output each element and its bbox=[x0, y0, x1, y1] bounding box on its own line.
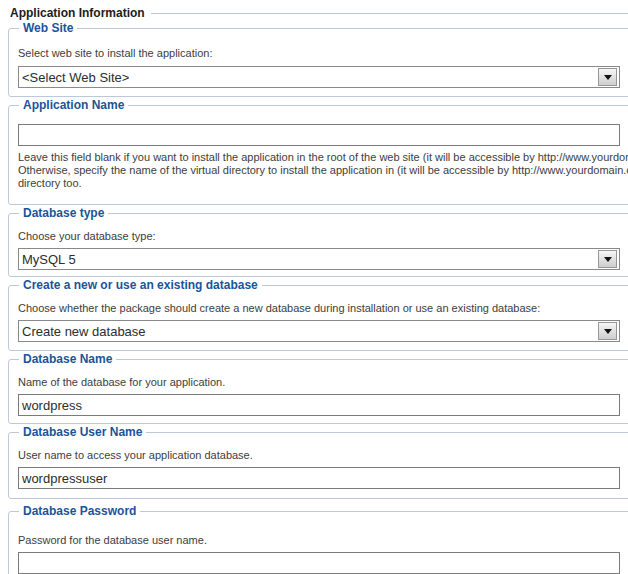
group-title-database-type: Database type bbox=[19, 206, 108, 221]
group-database-password: Database Password Password for the datab… bbox=[8, 511, 628, 574]
database-type-label: Choose your database type: bbox=[18, 230, 628, 243]
group-database-name: Database Name Name of the database for y… bbox=[8, 359, 628, 424]
application-name-description: Leave this field blank if you want to in… bbox=[18, 151, 628, 190]
description-line: Leave this field blank if you want to in… bbox=[18, 151, 628, 164]
group-title-application-name: Application Name bbox=[19, 98, 128, 113]
description-line: directory too. bbox=[18, 177, 628, 190]
panel-header: Application Information bbox=[0, 0, 628, 20]
database-password-input[interactable] bbox=[18, 552, 620, 574]
group-title-web-site: Web Site bbox=[19, 21, 77, 36]
group-application-name: Application Name Leave this field blank … bbox=[8, 105, 628, 205]
web-site-dropdown-button[interactable] bbox=[598, 68, 617, 86]
group-database-mode: Create a new or use an existing database… bbox=[8, 285, 628, 351]
database-mode-label: Choose whether the package should create… bbox=[18, 302, 628, 315]
application-information-panel: Application Information Web Site Select … bbox=[0, 0, 628, 574]
database-type-dropdown-button[interactable] bbox=[598, 250, 617, 268]
page-title: Application Information bbox=[10, 6, 145, 20]
database-password-label: Password for the database user name. bbox=[18, 534, 628, 547]
description-line: Otherwise, specify the name of the virtu… bbox=[18, 164, 628, 177]
database-mode-select[interactable]: Create new database bbox=[18, 320, 620, 342]
web-site-select[interactable]: <Select Web Site> bbox=[18, 66, 620, 88]
database-type-select[interactable]: MySQL 5 bbox=[18, 248, 620, 270]
database-name-input[interactable] bbox=[18, 394, 620, 416]
group-title-database-password: Database Password bbox=[19, 504, 140, 519]
database-user-name-label: User name to access your application dat… bbox=[18, 449, 628, 462]
group-title-database-user-name: Database User Name bbox=[19, 425, 146, 440]
web-site-selected-value: <Select Web Site> bbox=[19, 70, 129, 85]
database-type-selected-value: MySQL 5 bbox=[19, 252, 76, 267]
chevron-down-icon bbox=[604, 75, 612, 80]
database-user-name-input[interactable] bbox=[18, 467, 620, 489]
group-web-site: Web Site Select web site to install the … bbox=[8, 28, 628, 97]
group-title-database-mode: Create a new or use an existing database bbox=[19, 278, 262, 293]
group-database-type: Database type Choose your database type:… bbox=[8, 213, 628, 277]
chevron-down-icon bbox=[604, 257, 612, 262]
chevron-down-icon bbox=[604, 329, 612, 334]
database-mode-selected-value: Create new database bbox=[19, 324, 146, 339]
web-site-label: Select web site to install the applicati… bbox=[18, 47, 628, 60]
database-mode-dropdown-button[interactable] bbox=[598, 322, 617, 340]
group-database-user-name: Database User Name User name to access y… bbox=[8, 432, 628, 499]
application-name-input[interactable] bbox=[18, 124, 620, 146]
database-name-label: Name of the database for your applicatio… bbox=[18, 376, 628, 389]
header-rule bbox=[151, 13, 628, 14]
group-title-database-name: Database Name bbox=[19, 352, 116, 367]
